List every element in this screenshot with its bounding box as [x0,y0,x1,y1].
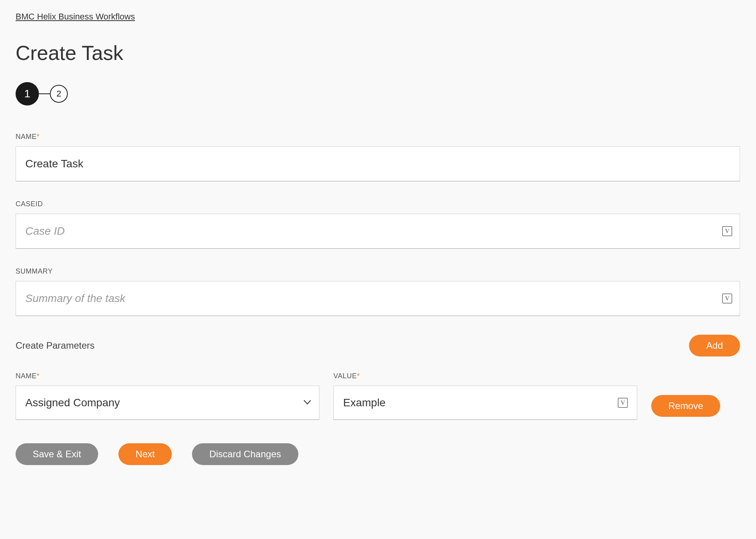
required-indicator: * [37,133,40,140]
parameters-title: Create Parameters [16,340,95,351]
summary-label: SUMMARY [16,267,740,276]
parameter-row: NAME* Assigned Company VALUE* V Remove [16,372,740,420]
variable-picker-icon[interactable]: V [618,398,628,408]
caseid-input[interactable] [16,214,740,249]
caseid-label: CASEID [16,200,740,208]
param-name-label: NAME* [16,372,319,380]
breadcrumb-link[interactable]: BMC Helix Business Workflows [16,12,135,22]
next-button[interactable]: Next [118,443,172,465]
remove-parameter-button[interactable]: Remove [651,395,720,417]
summary-input[interactable] [16,281,740,316]
variable-picker-icon[interactable]: V [722,293,732,304]
page-title: Create Task [16,41,740,65]
discard-changes-button[interactable]: Discard Changes [192,443,298,465]
parameters-header: Create Parameters Add [16,335,740,356]
form-container: BMC Helix Business Workflows Create Task… [16,12,740,465]
footer-actions: Save & Exit Next Discard Changes [16,443,740,465]
name-input[interactable] [16,146,740,181]
name-field-group: NAME* [16,133,740,181]
required-indicator: * [357,372,360,380]
save-exit-button[interactable]: Save & Exit [16,443,98,465]
name-label: NAME* [16,133,740,141]
step-1[interactable]: 1 [16,82,39,105]
step-connector [39,93,50,94]
param-value-label: VALUE* [333,372,637,380]
parameter-name-group: NAME* Assigned Company [16,372,319,420]
step-2[interactable]: 2 [50,85,68,103]
param-value-input[interactable] [333,386,637,420]
summary-field-group: SUMMARY V [16,267,740,316]
variable-picker-icon[interactable]: V [722,226,732,236]
caseid-field-group: CASEID V [16,200,740,249]
param-name-select[interactable]: Assigned Company [16,386,319,420]
required-indicator: * [37,372,40,380]
wizard-stepper: 1 2 [16,82,740,105]
add-parameter-button[interactable]: Add [689,335,740,356]
parameter-value-group: VALUE* V [333,372,637,420]
